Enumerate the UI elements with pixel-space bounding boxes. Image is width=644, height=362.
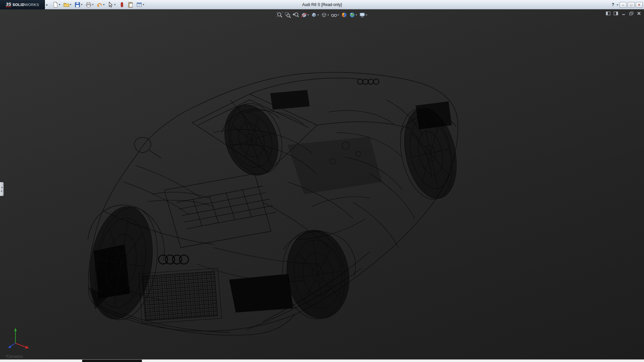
clipboard-icon xyxy=(127,2,133,8)
apply-scene-dropdown-arrow[interactable]: ▾ xyxy=(356,13,358,16)
graphics-viewport[interactable]: ▾ ▾ ▾ ▾ xyxy=(0,9,644,359)
wheel-rear-left xyxy=(216,97,291,182)
dassault-3ds-logo-icon: 3S xyxy=(6,2,11,7)
view-settings-button[interactable]: ▾ xyxy=(359,11,368,19)
xpress-products-icon xyxy=(119,2,125,8)
view-orientation-cube-icon xyxy=(311,12,317,18)
section-view-button[interactable]: ▾ xyxy=(300,11,310,19)
title-bar: 3S SOLIDWORKS ▸ ▾ ▾ ▾ ▾ xyxy=(0,0,644,9)
save-icon xyxy=(74,2,80,8)
section-view-icon xyxy=(301,12,307,18)
document-window-controls xyxy=(605,11,642,16)
undo-button[interactable]: ▾ xyxy=(96,1,106,9)
split-pane-left-button[interactable] xyxy=(605,11,611,16)
panel-expand-arrow-down[interactable]: ▸ xyxy=(1,190,2,192)
new-document-button[interactable]: ▾ xyxy=(51,1,62,9)
select-cursor-icon xyxy=(108,2,114,8)
previous-view-icon xyxy=(292,12,299,18)
view-orientation-button[interactable]: ▾ xyxy=(310,11,320,19)
new-document-icon xyxy=(52,2,58,8)
maximize-button[interactable]: □ xyxy=(628,2,635,8)
view-orientation-dropdown-arrow[interactable]: ▾ xyxy=(317,13,319,16)
section-view-dropdown-arrow[interactable]: ▾ xyxy=(307,13,309,16)
window-controls: ? ▾ – □ × xyxy=(611,0,643,9)
paste-button[interactable] xyxy=(126,1,135,9)
minimize-document-button[interactable] xyxy=(621,11,627,16)
zoom-to-area-icon xyxy=(284,12,291,18)
save-button[interactable]: ▾ xyxy=(73,1,84,9)
print-icon xyxy=(86,2,92,8)
edit-appearance-icon xyxy=(341,12,347,18)
new-dropdown-arrow[interactable]: ▾ xyxy=(58,3,61,6)
triad-y-arrowhead xyxy=(14,328,17,331)
file-toolbar: ▾ ▾ ▾ ▾ ▾ xyxy=(49,1,146,9)
orientation-triad xyxy=(7,326,32,350)
triad-z-arrowhead xyxy=(8,345,11,348)
display-style-icon xyxy=(321,12,327,18)
split-pane-left-icon xyxy=(606,11,610,15)
split-pane-right-icon xyxy=(613,11,618,15)
close-document-button[interactable] xyxy=(636,11,642,16)
open-dropdown-arrow[interactable]: ▾ xyxy=(69,3,72,6)
xpress-products-button[interactable] xyxy=(118,1,126,9)
feature-manager-collapsed-tab[interactable]: ◂ ▸ xyxy=(0,182,4,196)
zoom-to-area-button[interactable] xyxy=(284,11,291,19)
zoom-to-fit-button[interactable] xyxy=(276,11,283,19)
audi-rings-front xyxy=(159,255,189,264)
audi-rings-rear xyxy=(358,79,379,84)
hide-show-items-icon xyxy=(331,12,337,18)
triad-z-axis xyxy=(10,343,15,347)
help-dropdown-arrow[interactable]: ▾ xyxy=(616,3,619,6)
minimize-document-icon xyxy=(621,11,626,15)
print-dropdown-arrow[interactable]: ▾ xyxy=(92,3,94,6)
view-settings-dropdown-arrow[interactable]: ▾ xyxy=(366,13,368,16)
triad-x-axis xyxy=(15,343,26,347)
hide-show-dropdown-arrow[interactable]: ▾ xyxy=(337,13,339,16)
restore-document-icon xyxy=(629,11,634,15)
select-button[interactable]: ▾ xyxy=(107,1,117,9)
open-button[interactable]: ▾ xyxy=(62,1,73,9)
save-dropdown-arrow[interactable]: ▾ xyxy=(80,3,83,6)
status-bar xyxy=(0,359,644,362)
zoom-to-fit-icon xyxy=(276,12,283,18)
brand-name: SOLIDWORKS xyxy=(12,3,39,7)
restore-document-button[interactable] xyxy=(628,11,634,16)
undo-dropdown-arrow[interactable]: ▾ xyxy=(103,3,105,6)
edit-appearance-button[interactable] xyxy=(340,11,348,19)
options-dropdown-arrow[interactable]: ▾ xyxy=(142,3,145,6)
view-settings-icon xyxy=(359,12,366,18)
statusbar-dark-segment xyxy=(82,360,142,362)
view-orientation-label: *Dimetric xyxy=(5,354,23,359)
toolbar-expand-arrow[interactable]: ▸ xyxy=(45,3,49,6)
close-document-icon xyxy=(637,11,641,15)
split-pane-right-button[interactable] xyxy=(613,11,619,16)
minimize-button[interactable]: – xyxy=(620,2,627,8)
apply-scene-button[interactable]: ▾ xyxy=(348,11,358,19)
options-button[interactable]: ▾ xyxy=(135,1,146,9)
options-window-icon xyxy=(136,2,142,8)
display-style-button[interactable]: ▾ xyxy=(320,11,330,19)
car-wireframe xyxy=(0,9,644,359)
apply-scene-icon xyxy=(349,12,356,18)
previous-view-button[interactable] xyxy=(292,11,300,19)
hide-show-items-button[interactable]: ▾ xyxy=(330,11,340,19)
select-dropdown-arrow[interactable]: ▾ xyxy=(114,3,116,6)
display-style-dropdown-arrow[interactable]: ▾ xyxy=(327,13,329,16)
help-button[interactable]: ? xyxy=(611,2,615,7)
open-folder-icon xyxy=(63,2,69,8)
heads-up-view-toolbar: ▾ ▾ ▾ ▾ xyxy=(276,11,368,19)
panel-expand-arrow-up[interactable]: ◂ xyxy=(1,186,2,188)
print-button[interactable]: ▾ xyxy=(85,1,95,9)
close-button[interactable]: × xyxy=(636,2,643,8)
solidworks-logo: 3S SOLIDWORKS xyxy=(0,0,45,9)
wheel-rear-right xyxy=(393,103,464,204)
undo-icon xyxy=(97,2,103,8)
